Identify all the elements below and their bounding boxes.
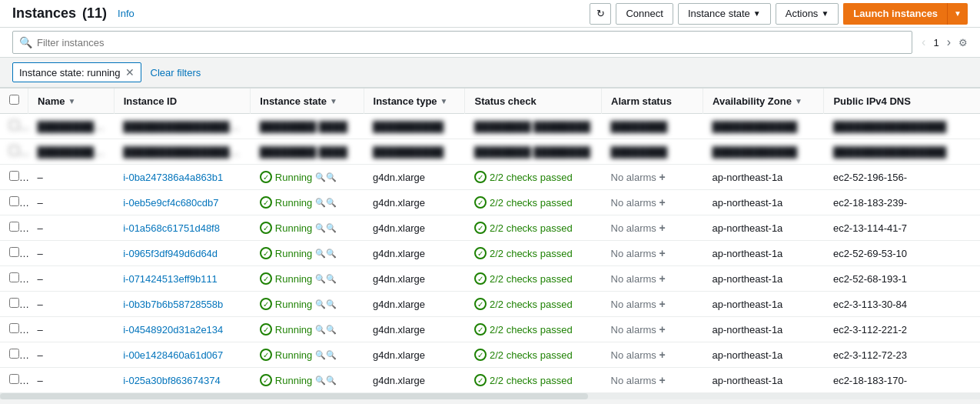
row-az: ap-northeast-1a [703,342,824,368]
ip-column-header[interactable]: Public IPv4 DNS [824,88,980,114]
next-page-button[interactable]: › [944,34,954,51]
row-checkbox[interactable] [9,247,19,257]
row-checkbox[interactable] [9,349,19,359]
row-state: ✓ Running 🔍🔍 [251,317,364,342]
row-alarm: No alarms + [602,292,703,317]
launch-instances-dropdown[interactable]: ▼ [947,3,968,25]
row-instance-id[interactable]: i-071424513eff9b111 [114,266,251,292]
refresh-button[interactable]: ↻ [590,3,611,25]
launch-instances-button[interactable]: Launch instances [843,3,947,25]
row-az: ap-northeast-1a [703,241,824,266]
row-type: g4dn.xlarge [364,190,465,215]
row-ip: ec2-52-69-53-10 [824,241,980,266]
row-checkbox[interactable] [9,171,19,181]
row-az: ap-northeast-1a [703,368,824,393]
row-az: ap-northeast-1a [703,266,824,292]
row-checkbox[interactable] [9,374,19,384]
settings-icon[interactable]: ⚙ [958,37,968,48]
connect-button[interactable]: Connect [616,3,673,25]
row-name: – [28,317,115,342]
table-row: – i-0b3b7b6b58728558b ✓ Running 🔍🔍 g4dn.… [0,292,980,317]
row-instance-id[interactable]: i-0ba247386a4a863b1 [114,165,251,190]
remove-filter-icon[interactable]: ✕ [125,67,135,78]
row-checkbox[interactable] [9,272,19,282]
row-name: – [28,266,115,292]
row-name: – [28,215,115,241]
chevron-down-icon-actions: ▼ [821,9,829,18]
row-ip: ec2-52-196-156- [824,165,980,190]
az-column-header[interactable]: Availability Zone ▼ [703,88,824,114]
row-name: – [28,165,115,190]
table-row: – i-01a568c61751d48f8 ✓ Running 🔍🔍 g4dn.… [0,215,980,241]
row-checkbox[interactable] [9,222,19,232]
row-status: ✓ 2/2 checks passed [465,317,602,342]
row-status: ✓ 2/2 checks passed [465,266,602,292]
row-name: – [28,368,115,393]
row-state: ✓ Running 🔍🔍 [251,368,364,393]
table-row: – i-0ba247386a4a863b1 ✓ Running 🔍🔍 g4dn.… [0,165,980,190]
prev-page-button[interactable]: ‹ [919,34,929,51]
row-type: g4dn.xlarge [364,241,465,266]
add-alarm-icon[interactable]: + [659,272,665,285]
search-input[interactable] [37,37,905,48]
row-name: – [28,241,115,266]
row-instance-id[interactable]: i-025a30bf863674374 [114,368,251,393]
row-status: ✓ 2/2 checks passed [465,215,602,241]
row-checkbox[interactable] [9,323,19,333]
row-checkbox[interactable] [9,298,19,308]
add-alarm-icon[interactable]: + [659,196,665,209]
select-all-checkbox[interactable] [9,95,19,105]
status-check-column-header[interactable]: Status check [465,88,602,114]
row-checkbox[interactable] [9,145,19,155]
row-status: ✓ 2/2 checks passed [465,342,602,368]
row-instance-id[interactable]: i-00e1428460a61d067 [114,342,251,368]
row-state: ✓ Running 🔍🔍 [251,266,364,292]
add-alarm-icon[interactable]: + [659,323,665,336]
add-alarm-icon[interactable]: + [659,171,665,183]
sort-icon-state: ▼ [330,97,337,105]
search-icon: 🔍 [19,36,32,48]
row-state: ✓ Running 🔍🔍 [251,215,364,241]
row-az: ap-northeast-1a [703,215,824,241]
row-alarm: No alarms + [602,266,703,292]
instance-state-column-header[interactable]: Instance state ▼ [251,88,364,114]
row-instance-id[interactable]: i-0b3b7b6b58728558b [114,292,251,317]
row-type: g4dn.xlarge [364,165,465,190]
row-instance-id[interactable]: i-0965f3df949d6d64d [114,241,251,266]
table-row: ████████████ ████████████████████ ██████… [0,139,980,165]
row-checkbox[interactable] [9,196,19,206]
row-type: g4dn.xlarge [364,342,465,368]
row-alarm: No alarms + [602,342,703,368]
row-alarm: No alarms + [602,241,703,266]
add-alarm-icon[interactable]: + [659,298,665,310]
row-checkbox[interactable] [9,120,19,130]
row-instance-id[interactable]: i-01a568c61751d48f8 [114,215,251,241]
add-alarm-icon[interactable]: + [659,374,665,386]
info-link[interactable]: Info [118,8,135,19]
row-type: g4dn.xlarge [364,368,465,393]
instance-state-button[interactable]: Instance state ▼ [678,3,771,25]
row-type: g4dn.xlarge [364,292,465,317]
add-alarm-icon[interactable]: + [659,247,665,259]
add-alarm-icon[interactable]: + [659,222,665,234]
select-all-header[interactable] [0,88,28,114]
name-column-header[interactable]: Name ▼ [28,88,115,114]
row-state: ✓ Running 🔍🔍 [251,190,364,215]
row-instance-id[interactable]: i-04548920d31a2e134 [114,317,251,342]
alarm-status-column-header[interactable]: Alarm status [602,88,703,114]
actions-button[interactable]: Actions ▼ [776,3,839,25]
row-name: – [28,342,115,368]
table-row: – i-071424513eff9b111 ✓ Running 🔍🔍 g4dn.… [0,266,980,292]
instance-id-column-header[interactable]: Instance ID [114,88,251,114]
row-type: g4dn.xlarge [364,215,465,241]
instance-type-column-header[interactable]: Instance type ▼ [364,88,465,114]
add-alarm-icon[interactable]: + [659,349,665,361]
sort-icon-az: ▼ [795,97,802,105]
instance-count: (11) [82,5,107,22]
table-row: – i-04548920d31a2e134 ✓ Running 🔍🔍 g4dn.… [0,317,980,342]
row-instance-id[interactable]: i-0eb5e9cf4c680cdb7 [114,190,251,215]
row-state: ✓ Running 🔍🔍 [251,241,364,266]
clear-filters-button[interactable]: Clear filters [148,67,204,78]
row-status: ✓ 2/2 checks passed [465,190,602,215]
chevron-down-icon-launch: ▼ [954,9,962,18]
